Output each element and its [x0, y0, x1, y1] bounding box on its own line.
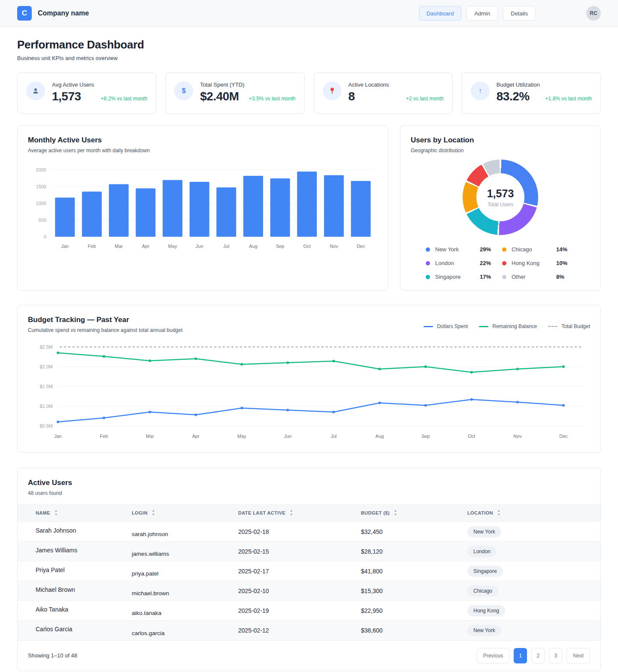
svg-text:Jan: Jan [54, 434, 62, 439]
page-button-3[interactable]: 3 [549, 648, 562, 663]
nav-tabs: Dashboard Admin Details [419, 6, 536, 21]
table-header-row: Name ▲▼ Login ▲▼ Date Last Active ▲▼ Bud… [18, 504, 600, 522]
svg-text:Oct: Oct [468, 434, 475, 439]
bar-chart-subtitle: Average active users per month with dail… [28, 148, 378, 154]
top-bar: C Company name Dashboard Admin Details R… [0, 0, 618, 27]
column-header-budget[interactable]: Budget ($) ▲▼ [361, 504, 467, 522]
legend-total-budget: Total Budget [548, 323, 590, 329]
donut-total-value: 1,573 [487, 187, 514, 200]
svg-text:Mar: Mar [115, 244, 123, 249]
legend-label: Hong Kong [512, 260, 553, 266]
cell-name: Sarah Johnson [18, 522, 132, 542]
location-badge: Chicago [467, 585, 498, 597]
svg-text:Jul: Jul [330, 434, 336, 439]
svg-text:Aug: Aug [376, 434, 384, 439]
svg-text:500: 500 [39, 217, 46, 223]
location-badge: Hong Kong [467, 605, 505, 616]
next-page-button[interactable]: Next [566, 648, 590, 663]
svg-text:Sep: Sep [276, 244, 285, 249]
location-badge: Singapore [467, 566, 503, 577]
column-label: Location [467, 510, 493, 515]
cell-name: Carlos Garcia [18, 621, 132, 640]
kpi-card-active-users: Avg Active Users 1,573 +8.2% vs last mon… [17, 72, 156, 114]
cell-budget: $22,950 [361, 601, 467, 621]
legend-pct: 8% [556, 274, 575, 280]
kpi-delta: +2 vs last month [406, 96, 444, 102]
kpi-value: 83.2% [497, 90, 530, 103]
active-users-card: Active Users 48 users found Name ▲▼ Logi… [17, 468, 601, 671]
users-by-location-card: Users by Location Geographic distributio… [400, 125, 601, 291]
location-badge: London [467, 546, 497, 557]
column-label: Budget ($) [361, 510, 390, 515]
page-button-2[interactable]: 2 [531, 648, 545, 663]
svg-text:0: 0 [44, 234, 46, 239]
legend-dollars-spent: Dollars Spent [424, 323, 468, 329]
company-name: Company name [38, 9, 89, 17]
cell-name: Aiko Tanaka [18, 601, 132, 621]
previous-page-button[interactable]: Previous [477, 648, 510, 663]
donut-center: 1,573 Total Users [476, 173, 524, 221]
column-label: Login [132, 510, 148, 515]
donut-chart-title: Users by Location [411, 136, 590, 145]
page-button-1[interactable]: 1 [514, 648, 527, 663]
kpi-value: 8 [348, 90, 355, 103]
tab-admin[interactable]: Admin [467, 6, 498, 21]
pin-icon [323, 81, 342, 100]
cell-budget: $38,600 [361, 621, 467, 640]
svg-text:Nov: Nov [513, 434, 522, 439]
svg-text:Oct: Oct [303, 244, 311, 249]
table-title: Active Users [28, 479, 590, 487]
cell-budget: $32,450 [361, 522, 467, 542]
kpi-label: Avg Active Users [52, 81, 147, 88]
cell-date: 2025-02-18 [238, 522, 361, 542]
legend-dot [502, 247, 506, 252]
legend-dot [426, 247, 430, 252]
cell-login: aiko.tanaka [132, 601, 238, 621]
bar-chart-title: Monthly Active Users [28, 136, 378, 145]
column-header-location[interactable]: Location ▲▼ [467, 504, 600, 522]
cell-location: New York [467, 522, 600, 542]
donut-legend: New York29%Chicago14%London22%Hong Kong1… [426, 246, 575, 280]
avatar[interactable]: RC [586, 6, 601, 21]
sort-icons: ▲▼ [55, 509, 58, 516]
legend-pct: 10% [556, 260, 575, 266]
svg-text:Jan: Jan [61, 244, 69, 249]
table-row: Aiko Tanakaaiko.tanaka2025-02-19$22,950H… [18, 601, 600, 621]
column-header-date-last-active[interactable]: Date Last Active ▲▼ [238, 504, 361, 522]
kpi-label: Total Spent (YTD) [200, 81, 295, 88]
cell-login: priya.patel [132, 561, 238, 581]
legend-remaining-balance: Remaining Balance [479, 323, 537, 329]
cell-name: James Williams [18, 542, 132, 561]
table-row: James Williamsjames.williams2025-02-15$2… [18, 542, 600, 561]
cell-budget: $15,300 [361, 581, 467, 601]
column-header-login[interactable]: Login ▲▼ [132, 504, 238, 522]
column-header-name[interactable]: Name ▲▼ [18, 504, 132, 522]
legend-dot [426, 275, 430, 279]
svg-text:Aug: Aug [249, 244, 258, 249]
legend-label: London [435, 260, 476, 266]
svg-text:Nov: Nov [330, 244, 338, 249]
legend-pct: 22% [480, 260, 499, 266]
svg-text:May: May [168, 244, 177, 249]
remaining-balance-swatch [479, 326, 488, 327]
legend-dot [502, 261, 506, 265]
legend-pct: 29% [480, 246, 499, 253]
location-badge: New York [467, 625, 501, 636]
brand: C Company name [17, 6, 89, 21]
cell-location: Hong Kong [467, 601, 600, 621]
kpi-label: Active Locations [348, 81, 444, 88]
svg-text:May: May [237, 434, 246, 439]
tab-details[interactable]: Details [503, 6, 536, 21]
cell-date: 2025-02-15 [238, 542, 361, 561]
cell-login: carlos.garcia [132, 621, 238, 640]
cell-login: james.williams [132, 542, 238, 561]
user-icon [26, 81, 45, 100]
svg-text:Dec: Dec [357, 244, 365, 249]
tab-dashboard[interactable]: Dashboard [419, 6, 462, 21]
table-row: Michael Brownmichael.brown2025-02-10$15,… [18, 581, 600, 601]
location-badge: New York [467, 526, 501, 537]
column-label: Date Last Active [238, 510, 285, 515]
table-body: Sarah Johnsonsarah.johnson2025-02-18$32,… [18, 522, 600, 640]
legend-label: New York [435, 246, 476, 253]
table-footer: Showing 1–10 of 48 Previous123Next [18, 640, 600, 671]
